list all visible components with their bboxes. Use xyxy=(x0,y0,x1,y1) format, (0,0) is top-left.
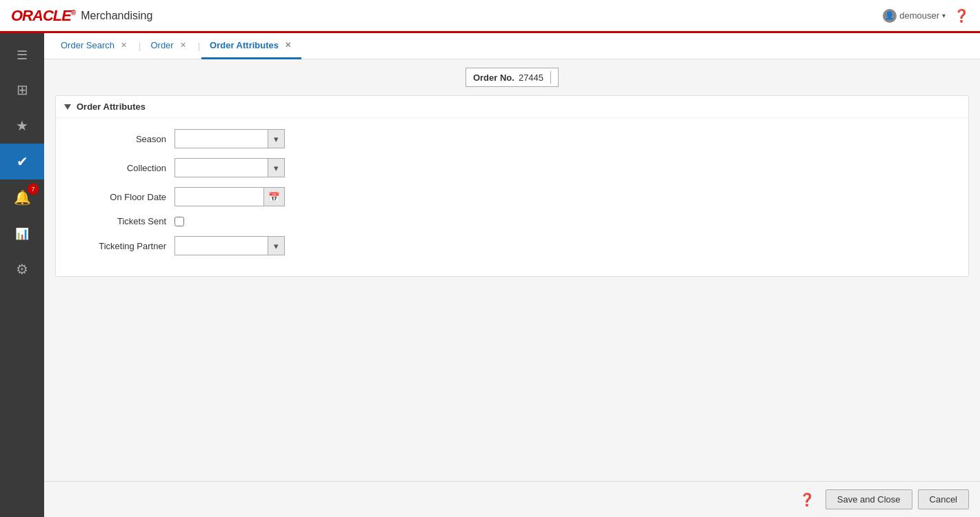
collection-control: ▾ xyxy=(174,158,285,177)
season-row: Season ▾ xyxy=(64,129,960,148)
header: ORACLE® Merchandising 👤 demouser ▾ ❓ xyxy=(0,0,980,33)
tab-bar: Order Search ✕ | Order ✕ | Order Attribu… xyxy=(44,33,980,59)
hamburger-menu[interactable]: ☰ xyxy=(0,39,44,72)
order-number-box: Order No. 27445 xyxy=(466,68,559,87)
on-floor-date-control: 📅 xyxy=(174,187,285,206)
tickets-sent-row: Tickets Sent xyxy=(64,216,960,226)
collapse-icon[interactable] xyxy=(64,104,71,110)
tab-sep-2: | xyxy=(198,41,200,51)
tab-order-attributes-label: Order Attributes xyxy=(210,40,279,50)
page-content: Order No. 27445 Order Attributes Season xyxy=(44,59,980,481)
section-body: Season ▾ Collection xyxy=(56,118,968,276)
tickets-sent-control xyxy=(174,217,184,226)
season-control: ▾ xyxy=(174,129,285,148)
season-dropdown-btn[interactable]: ▾ xyxy=(268,130,284,148)
sidebar-item-tasks[interactable]: ✔ xyxy=(0,144,44,179)
season-input[interactable] xyxy=(175,131,268,147)
tab-order-label: Order xyxy=(150,40,173,50)
content-area: Order Search ✕ | Order ✕ | Order Attribu… xyxy=(44,33,980,517)
collection-row: Collection ▾ xyxy=(64,158,960,177)
oracle-logo: ORACLE® xyxy=(11,7,75,25)
on-floor-date-label: On Floor Date xyxy=(64,192,174,202)
tab-order-attributes[interactable]: Order Attributes ✕ xyxy=(201,33,301,59)
user-dropdown-chevron: ▾ xyxy=(942,12,946,19)
calendar-icon: 📅 xyxy=(268,192,280,202)
order-number-bar: Order No. 27445 xyxy=(55,68,969,87)
tab-order-search-close[interactable]: ✕ xyxy=(119,39,129,51)
order-number-label: Order No. xyxy=(473,72,514,83)
save-and-close-button[interactable]: Save and Close xyxy=(826,489,912,509)
collection-input[interactable] xyxy=(175,160,268,176)
section-panel: Order Attributes Season ▾ xyxy=(55,95,969,277)
on-floor-date-wrapper: 📅 xyxy=(174,187,285,206)
user-avatar: 👤 xyxy=(883,9,897,23)
sidebar-item-settings[interactable]: ⚙ xyxy=(0,251,44,287)
star-icon: ★ xyxy=(16,117,28,134)
tab-order-search-label: Order Search xyxy=(61,40,114,50)
collection-select-wrapper: ▾ xyxy=(174,158,285,177)
reports-icon: 📊 xyxy=(15,227,29,240)
app-name: Merchandising xyxy=(81,10,152,22)
tasks-icon: ✔ xyxy=(17,153,28,170)
section-header: Order Attributes xyxy=(56,96,968,118)
order-number-separator xyxy=(550,71,551,84)
ticketing-partner-row: Ticketing Partner ▾ xyxy=(64,236,960,255)
on-floor-date-calendar-btn[interactable]: 📅 xyxy=(263,188,284,206)
on-floor-date-row: On Floor Date 📅 xyxy=(64,187,960,206)
ticketing-partner-control: ▾ xyxy=(174,236,285,255)
tab-order[interactable]: Order ✕ xyxy=(142,33,196,59)
username: demouser xyxy=(899,10,939,21)
help-button[interactable]: ❓ xyxy=(954,8,969,23)
season-label: Season xyxy=(64,134,174,144)
tickets-sent-checkbox[interactable] xyxy=(174,217,184,226)
order-number-value: 27445 xyxy=(519,72,543,83)
grid-icon: ⊞ xyxy=(17,81,28,98)
tab-sep-1: | xyxy=(139,41,141,51)
tickets-sent-label: Tickets Sent xyxy=(64,216,174,226)
header-right: 👤 demouser ▾ ❓ xyxy=(883,8,969,23)
sidebar-item-reports[interactable]: 📊 xyxy=(0,215,44,251)
tab-order-attributes-close[interactable]: ✕ xyxy=(283,39,293,51)
ticketing-partner-dropdown-btn[interactable]: ▾ xyxy=(268,237,284,255)
ticketing-partner-label: Ticketing Partner xyxy=(64,241,174,251)
sidebar-item-favorites[interactable]: ★ xyxy=(0,108,44,144)
main-container: ☰ ⊞ ★ ✔ 🔔 7 📊 ⚙ Order Search ✕ | xyxy=(0,33,980,517)
footer: ❓ Save and Close Cancel xyxy=(44,481,980,517)
footer-help-button[interactable]: ❓ xyxy=(799,492,814,507)
collection-dropdown-btn[interactable]: ▾ xyxy=(268,159,284,177)
notifications-badge: 7 xyxy=(28,184,39,195)
logo-area: ORACLE® Merchandising xyxy=(11,7,152,25)
ticketing-partner-input[interactable] xyxy=(175,238,268,254)
sidebar-item-notifications[interactable]: 🔔 7 xyxy=(0,179,44,215)
tab-order-close[interactable]: ✕ xyxy=(178,39,188,51)
sidebar: ☰ ⊞ ★ ✔ 🔔 7 📊 ⚙ xyxy=(0,33,44,517)
section-title: Order Attributes xyxy=(77,101,146,112)
collection-label: Collection xyxy=(64,163,174,173)
settings-icon: ⚙ xyxy=(16,261,28,277)
season-select-wrapper: ▾ xyxy=(174,129,285,148)
on-floor-date-input[interactable] xyxy=(175,189,263,205)
ticketing-partner-select-wrapper: ▾ xyxy=(174,236,285,255)
cancel-button[interactable]: Cancel xyxy=(918,489,969,509)
user-menu[interactable]: 👤 demouser ▾ xyxy=(883,9,946,23)
sidebar-item-grid[interactable]: ⊞ xyxy=(0,72,44,108)
tab-order-search[interactable]: Order Search ✕ xyxy=(52,33,137,59)
